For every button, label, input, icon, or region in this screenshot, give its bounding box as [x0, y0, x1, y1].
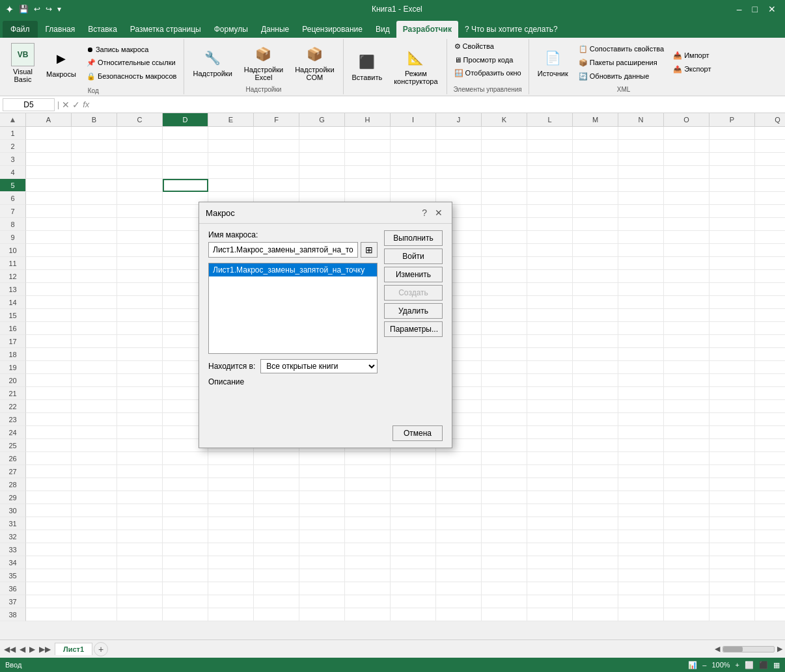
row-header-4[interactable]: 4: [0, 166, 26, 179]
cell-35-2[interactable]: [72, 569, 117, 582]
row-header-32[interactable]: 32: [0, 530, 26, 543]
cell-23-15[interactable]: [664, 413, 709, 426]
cell-27-13[interactable]: [573, 465, 618, 478]
row-header-34[interactable]: 34: [0, 556, 26, 569]
cell-25-12[interactable]: [527, 439, 573, 452]
cell-30-10[interactable]: [436, 504, 482, 517]
row-header-25[interactable]: 25: [0, 439, 26, 452]
cell-15-3[interactable]: [117, 309, 163, 322]
cell-5-10[interactable]: [436, 179, 482, 192]
col-M[interactable]: M: [573, 113, 618, 126]
cell-10-11[interactable]: [482, 244, 527, 257]
cell-33-14[interactable]: [618, 543, 664, 556]
cell-29-4[interactable]: [163, 491, 208, 504]
cell-15-11[interactable]: [482, 309, 527, 322]
col-K[interactable]: K: [482, 113, 527, 126]
cell-38-8[interactable]: [345, 608, 391, 621]
row-header-30[interactable]: 30: [0, 504, 26, 517]
cell-32-8[interactable]: [345, 530, 391, 543]
cell-16-3[interactable]: [117, 322, 163, 335]
import-button[interactable]: 📥 Импорт: [670, 49, 714, 62]
cell-24-3[interactable]: [117, 426, 163, 439]
cell-7-3[interactable]: [117, 205, 163, 218]
cell-22-16[interactable]: [709, 400, 755, 413]
cell-33-8[interactable]: [345, 543, 391, 556]
cell-32-2[interactable]: [72, 530, 117, 543]
cell-31-6[interactable]: [254, 517, 299, 530]
cell-12-11[interactable]: [482, 270, 527, 283]
cell-2-2[interactable]: [72, 140, 117, 153]
cell-23-3[interactable]: [117, 413, 163, 426]
cell-36-2[interactable]: [72, 582, 117, 595]
cell-6-16[interactable]: [709, 192, 755, 205]
cell-35-10[interactable]: [436, 569, 482, 582]
cell-37-8[interactable]: [345, 595, 391, 608]
cell-5-11[interactable]: [482, 179, 527, 192]
cell-36-14[interactable]: [618, 582, 664, 595]
cell-1-14[interactable]: [618, 127, 664, 140]
design-mode-button[interactable]: 📐 Режимконструктора: [389, 45, 442, 88]
cell-12-3[interactable]: [117, 270, 163, 283]
cell-5-12[interactable]: [527, 179, 573, 192]
cell-29-15[interactable]: [664, 491, 709, 504]
cell-3-4[interactable]: [163, 153, 208, 166]
macros-button[interactable]: ▶ Макросы: [42, 46, 81, 81]
cell-4-12[interactable]: [527, 166, 573, 179]
cell-35-17[interactable]: [755, 569, 785, 582]
cell-32-10[interactable]: [436, 530, 482, 543]
cell-27-11[interactable]: [482, 465, 527, 478]
zoom-in-icon[interactable]: +: [736, 661, 739, 669]
cell-31-15[interactable]: [664, 517, 709, 530]
cell-2-16[interactable]: [709, 140, 755, 153]
cell-17-1[interactable]: [26, 335, 72, 348]
add-sheet-button[interactable]: +: [94, 642, 108, 656]
cell-32-16[interactable]: [709, 530, 755, 543]
cell-31-12[interactable]: [527, 517, 573, 530]
cell-9-11[interactable]: [482, 231, 527, 244]
formula-input[interactable]: [92, 99, 782, 111]
cell-26-16[interactable]: [709, 452, 755, 465]
tab-developer[interactable]: Разработчик: [396, 21, 458, 38]
cell-28-11[interactable]: [482, 478, 527, 491]
cell-17-17[interactable]: [755, 335, 785, 348]
cell-3-16[interactable]: [709, 153, 755, 166]
row-header-17[interactable]: 17: [0, 335, 26, 348]
cell-1-11[interactable]: [482, 127, 527, 140]
cell-30-8[interactable]: [345, 504, 391, 517]
cell-11-16[interactable]: [709, 257, 755, 270]
cell-4-15[interactable]: [664, 166, 709, 179]
properties-button[interactable]: ⚙ Свойства: [451, 40, 497, 53]
cell-23-12[interactable]: [527, 413, 573, 426]
cell-12-12[interactable]: [527, 270, 573, 283]
cell-4-9[interactable]: [391, 166, 436, 179]
tab-data[interactable]: Данные: [255, 21, 296, 38]
cell-4-5[interactable]: [208, 166, 254, 179]
cell-33-6[interactable]: [254, 543, 299, 556]
cell-22-14[interactable]: [618, 400, 664, 413]
cell-15-16[interactable]: [709, 309, 755, 322]
cell-25-3[interactable]: [117, 439, 163, 452]
cell-12-15[interactable]: [664, 270, 709, 283]
confirm-formula-icon[interactable]: ✓: [72, 100, 80, 110]
cell-7-2[interactable]: [72, 205, 117, 218]
cell-11-12[interactable]: [527, 257, 573, 270]
execute-button[interactable]: Выполнить: [384, 230, 443, 246]
params-button[interactable]: Параметры...: [384, 321, 443, 337]
cell-34-8[interactable]: [345, 556, 391, 569]
row-header-36[interactable]: 36: [0, 582, 26, 595]
cell-34-6[interactable]: [254, 556, 299, 569]
cell-1-2[interactable]: [72, 127, 117, 140]
row-header-35[interactable]: 35: [0, 569, 26, 582]
cell-36-1[interactable]: [26, 582, 72, 595]
cell-36-10[interactable]: [436, 582, 482, 595]
cell-12-14[interactable]: [618, 270, 664, 283]
cell-14-15[interactable]: [664, 296, 709, 309]
window-controls[interactable]: – □ ✕: [733, 3, 780, 16]
cell-34-12[interactable]: [527, 556, 573, 569]
delete-button[interactable]: Удалить: [384, 303, 443, 319]
cell-9-1[interactable]: [26, 231, 72, 244]
cell-35-3[interactable]: [117, 569, 163, 582]
cell-3-6[interactable]: [254, 153, 299, 166]
cell-35-11[interactable]: [482, 569, 527, 582]
col-O[interactable]: O: [664, 113, 709, 126]
